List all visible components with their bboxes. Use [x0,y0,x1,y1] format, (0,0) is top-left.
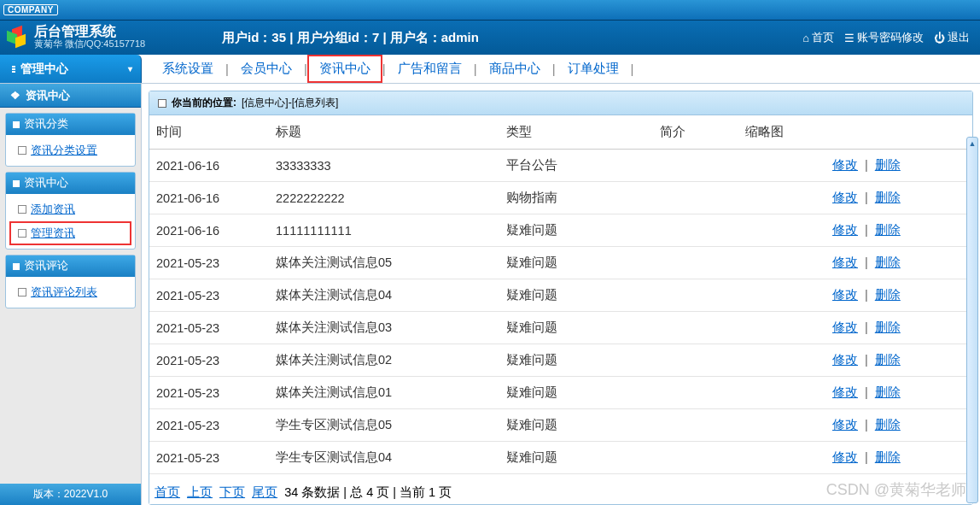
action-sep: | [860,353,873,367]
scroll-up-icon[interactable]: ▲ [967,138,977,150]
delete-link[interactable]: 删除 [875,320,901,334]
cell-time: 2021-05-23 [149,409,269,442]
breadcrumb-path: [信息中心]-[信息列表] [242,96,338,110]
cell-title: 媒体关注测试信息04 [269,279,499,312]
sidebar-title: ❖ 资讯中心 [0,84,141,108]
edit-link[interactable]: 修改 [832,191,858,204]
delete-link[interactable]: 删除 [875,223,901,237]
edit-link[interactable]: 修改 [832,223,858,237]
col-0: 时间 [149,115,269,150]
app-title-block: 后台管理系统 黄菊华 微信/QQ:45157718 [34,25,145,50]
action-sep: | [860,223,873,237]
edit-link[interactable]: 修改 [832,320,858,334]
cell-intro [653,247,738,279]
edit-link[interactable]: 修改 [832,418,858,432]
pager-first[interactable]: 首页 [155,485,180,499]
exit-link[interactable]: ⏻退出 [930,30,973,45]
cell-thumb [738,214,824,247]
delete-link[interactable]: 删除 [875,288,901,302]
panel-icon [13,180,20,187]
table-row: 2021-06-162222222222购物指南修改|删除 [149,182,972,214]
edit-link[interactable]: 修改 [832,353,858,367]
table-row: 2021-05-23学生专区测试信息04疑难问题修改|删除 [149,442,972,474]
tab-0[interactable]: 系统设置 [150,55,225,83]
cell-title: 33333333 [269,150,499,182]
sidebar: ❖ 资讯中心 资讯分类资讯分类设置资讯中心添加资讯管理资讯资讯评论资讯评论列表 … [0,84,142,505]
sidebar-title-icon: ❖ [10,89,20,102]
cell-type: 疑难问题 [499,279,653,312]
top-tabs: 系统设置|会员中心|资讯中心|广告和留言|商品中心|订单处理| [142,55,633,83]
item-label: 资讯评论列表 [31,285,97,300]
table-row: 2021-05-23媒体关注测试信息05疑难问题修改|删除 [149,247,972,279]
cell-thumb [738,312,824,344]
data-table: 时间标题类型简介缩略图 2021-06-1633333333平台公告修改|删除2… [149,115,972,474]
tab-2[interactable]: 资讯中心 [307,55,382,83]
tab-3[interactable]: 广告和留言 [386,55,474,83]
chevron-down-icon: ▾ [128,64,132,73]
col-3: 简介 [653,115,738,150]
table-header-row: 时间标题类型简介缩略图 [149,115,972,150]
pager-next[interactable]: 下页 [219,485,245,499]
sidebar-item-1-1[interactable]: 管理资讯 [9,221,131,245]
scrollbar-vertical[interactable]: ▲ [966,137,978,503]
exit-label: 退出 [948,30,970,45]
delete-link[interactable]: 删除 [875,191,901,204]
logo-icon [7,27,27,48]
cell-actions: 修改|删除 [824,442,972,474]
home-link[interactable]: ⌂首页 [799,30,837,45]
pager-last[interactable]: 尾页 [252,485,277,499]
delete-link[interactable]: 删除 [875,450,901,464]
mgmt-tab[interactable]: 管理中心 ▾ [0,55,142,83]
breadcrumb-label: 你当前的位置: [172,96,236,110]
sidebar-item-2-0[interactable]: 资讯评论列表 [6,280,135,304]
cell-actions: 修改|删除 [824,214,972,247]
item-label: 管理资讯 [31,226,75,241]
tab-4[interactable]: 商品中心 [477,55,552,83]
sidebar-version: 版本：2022V1.0 [0,484,141,505]
edit-link[interactable]: 修改 [832,450,858,464]
password-link[interactable]: ☰账号密码修改 [841,30,927,45]
delete-link[interactable]: 删除 [875,255,901,269]
cell-intro [653,182,738,214]
breadcrumb: 你当前的位置: [信息中心]-[信息列表] [149,91,972,115]
action-sep: | [860,191,873,204]
side-panel-1: 资讯中心添加资讯管理资讯 [5,172,136,250]
nav-row: 管理中心 ▾ 系统设置|会员中心|资讯中心|广告和留言|商品中心|订单处理| [0,55,980,84]
delete-link[interactable]: 删除 [875,418,901,432]
cell-thumb [738,344,824,377]
tab-5[interactable]: 订单处理 [556,55,631,83]
delete-link[interactable]: 删除 [875,385,901,399]
menu-icon [12,66,15,73]
cell-time: 2021-05-23 [149,377,269,409]
table-wrap: 时间标题类型简介缩略图 2021-06-1633333333平台公告修改|删除2… [149,115,972,504]
cell-title: 11111111111 [269,214,499,247]
tab-1[interactable]: 会员中心 [229,55,304,83]
cell-title: 媒体关注测试信息01 [269,377,499,409]
edit-link[interactable]: 修改 [832,158,858,172]
action-sep: | [860,158,873,172]
cell-thumb [738,279,824,312]
password-icon: ☰ [844,32,855,44]
panel-head-2: 资讯评论 [6,255,135,277]
sidebar-item-1-0[interactable]: 添加资讯 [6,197,135,221]
edit-link[interactable]: 修改 [832,255,858,269]
panel-body: 资讯评论列表 [6,277,135,308]
pager: 首页 上页 下页 尾页 34 条数据 | 总 4 页 | 当前 1 页 [149,474,972,504]
cell-type: 购物指南 [499,182,653,214]
delete-link[interactable]: 删除 [875,353,901,367]
edit-link[interactable]: 修改 [832,385,858,399]
cell-title: 媒体关注测试信息05 [269,247,499,279]
panel-body: 资讯分类设置 [6,135,135,166]
panel-title: 资讯分类 [24,117,68,132]
sidebar-item-0-0[interactable]: 资讯分类设置 [6,138,135,162]
cell-actions: 修改|删除 [824,247,972,279]
edit-link[interactable]: 修改 [832,288,858,302]
cell-title: 媒体关注测试信息03 [269,312,499,344]
pager-prev[interactable]: 上页 [187,485,213,499]
col-4: 缩略图 [738,115,824,150]
cell-type: 疑难问题 [499,312,653,344]
delete-link[interactable]: 删除 [875,158,901,172]
table-row: 2021-05-23学生专区测试信息05疑难问题修改|删除 [149,409,972,442]
cell-intro [653,377,738,409]
col-2: 类型 [499,115,653,150]
